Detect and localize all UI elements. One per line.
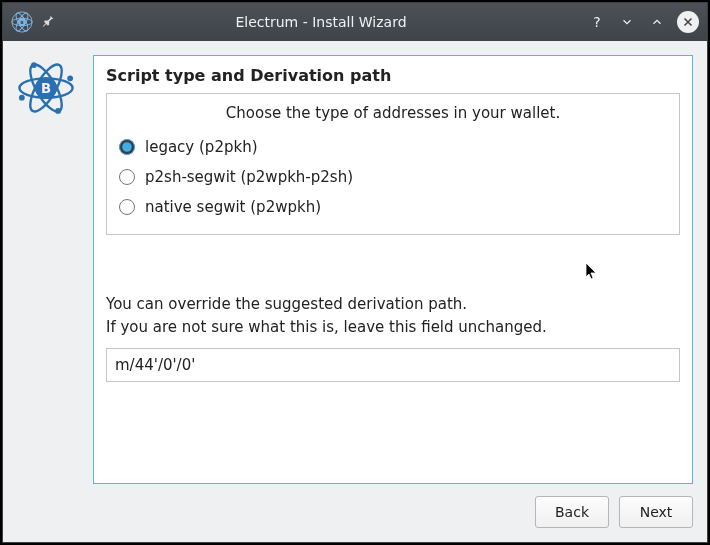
help-icon[interactable]: ? [587,12,607,32]
radio-native-segwit[interactable] [119,199,135,215]
option-label: native segwit (p2wpkh) [145,198,321,216]
svg-text:B: B [20,20,24,25]
app-window: B Electrum - Install Wizard ? [2,2,708,543]
titlebar[interactable]: B Electrum - Install Wizard ? [3,3,707,41]
group-caption: Choose the type of addresses in your wal… [119,104,667,122]
minimize-icon[interactable] [617,12,637,32]
pin-icon[interactable] [41,14,55,31]
option-p2sh-segwit[interactable]: p2sh-segwit (p2wpkh-p2sh) [119,162,667,192]
window-title: Electrum - Install Wizard [61,14,581,30]
title-controls: ? [587,11,699,33]
electrum-logo-icon: B [17,104,75,120]
svg-point-13 [55,108,61,114]
svg-point-11 [67,75,73,81]
button-row: Back Next [17,484,693,528]
section-title: Script type and Derivation path [106,66,680,85]
close-icon[interactable] [677,11,699,33]
next-button[interactable]: Next [619,496,693,528]
maximize-icon[interactable] [647,12,667,32]
main-row: B Script type and Derivation path Choose… [17,55,693,484]
svg-text:B: B [41,81,51,96]
option-label: legacy (p2pkh) [145,138,258,156]
content-panel: Script type and Derivation path Choose t… [93,55,693,484]
option-label: p2sh-segwit (p2wpkh-p2sh) [145,168,353,186]
window-body: B Script type and Derivation path Choose… [3,41,707,542]
hint-line-2: If you are not sure what this is, leave … [106,316,680,339]
radio-p2sh-segwit[interactable] [119,169,135,185]
hint-line-1: You can override the suggested derivatio… [106,293,680,316]
option-native-segwit[interactable]: native segwit (p2wpkh) [119,192,667,222]
option-legacy[interactable]: legacy (p2pkh) [119,132,667,162]
svg-point-14 [31,62,37,68]
logo-column: B [17,55,79,484]
derivation-path-input[interactable] [106,348,680,382]
address-type-group: Choose the type of addresses in your wal… [106,93,680,235]
back-button[interactable]: Back [535,496,609,528]
derivation-hint: You can override the suggested derivatio… [106,293,680,338]
app-icon: B [11,11,33,33]
radio-legacy[interactable] [119,139,135,155]
svg-point-12 [19,95,25,101]
